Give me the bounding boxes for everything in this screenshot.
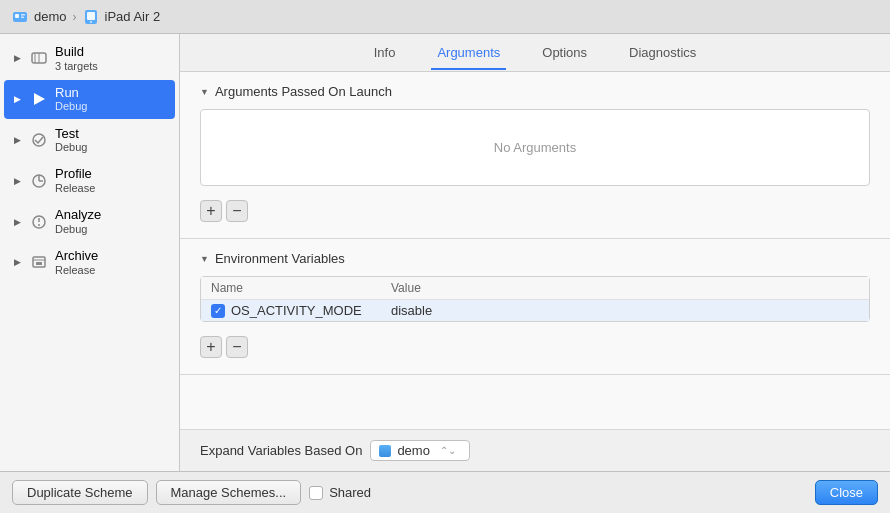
test-icon xyxy=(29,130,49,150)
profile-sublabel: Release xyxy=(55,182,95,195)
run-label: Run xyxy=(55,85,87,101)
tab-diagnostics[interactable]: Diagnostics xyxy=(623,37,702,70)
env-col-value: Value xyxy=(391,281,859,295)
svg-rect-3 xyxy=(21,16,24,18)
duplicate-scheme-button[interactable]: Duplicate Scheme xyxy=(12,480,148,505)
env-row-name: OS_ACTIVITY_MODE xyxy=(231,303,362,318)
close-button[interactable]: Close xyxy=(815,480,878,505)
device-name: iPad Air 2 xyxy=(105,9,161,24)
arguments-section-title: Arguments Passed On Launch xyxy=(215,84,392,99)
expand-variables-select[interactable]: demo ⌃⌄ xyxy=(370,440,470,461)
manage-schemes-button[interactable]: Manage Schemes... xyxy=(156,480,302,505)
arguments-section: ▼ Arguments Passed On Launch No Argument… xyxy=(180,72,890,239)
environment-section: ▼ Environment Variables Name Value ✓ OS_… xyxy=(180,239,890,375)
main-content: ▶ Build 3 targets ▶ Run xyxy=(0,34,890,471)
checkbox-check: ✓ xyxy=(214,306,222,316)
analyze-icon xyxy=(29,212,49,232)
shared-label: Shared xyxy=(329,485,371,500)
disclosure-triangle-run: ▶ xyxy=(14,94,21,104)
sidebar-item-analyze[interactable]: ▶ Analyze Debug xyxy=(4,202,175,241)
expand-select-arrows: ⌃⌄ xyxy=(440,445,456,456)
environment-section-title: Environment Variables xyxy=(215,251,345,266)
expand-select-text: demo xyxy=(397,443,430,458)
run-text: Run Debug xyxy=(55,85,87,114)
profile-label: Profile xyxy=(55,166,95,182)
build-sublabel: 3 targets xyxy=(55,60,98,73)
profile-icon xyxy=(29,171,49,191)
test-label: Test xyxy=(55,126,87,142)
right-panel: Info Arguments Options Diagnostics ▼ Arg… xyxy=(180,34,890,471)
disclosure-triangle-profile: ▶ xyxy=(14,176,21,186)
expand-variables-label: Expand Variables Based On xyxy=(200,443,362,458)
env-row-checkbox[interactable]: ✓ xyxy=(211,304,225,318)
device-icon xyxy=(83,9,99,25)
expand-select-project-icon xyxy=(379,445,391,457)
env-remove-button[interactable]: − xyxy=(226,336,248,358)
env-add-button[interactable]: + xyxy=(200,336,222,358)
build-label: Build xyxy=(55,44,98,60)
sidebar-item-run[interactable]: ▶ Run Debug xyxy=(4,80,175,119)
svg-rect-5 xyxy=(87,12,95,20)
tab-options[interactable]: Options xyxy=(536,37,593,70)
archive-icon xyxy=(29,252,49,272)
tabs-bar: Info Arguments Options Diagnostics xyxy=(180,34,890,72)
project-name: demo xyxy=(34,9,67,24)
bottom-bar: Duplicate Scheme Manage Schemes... Share… xyxy=(0,471,890,513)
disclosure-triangle-analyze: ▶ xyxy=(14,217,21,227)
test-sublabel: Debug xyxy=(55,141,87,154)
analyze-label: Analyze xyxy=(55,207,101,223)
analyze-sublabel: Debug xyxy=(55,223,101,236)
disclosure-triangle-archive: ▶ xyxy=(14,257,21,267)
disclosure-triangle-test: ▶ xyxy=(14,135,21,145)
arguments-empty: No Arguments xyxy=(201,110,869,185)
profile-text: Profile Release xyxy=(55,166,95,195)
svg-rect-1 xyxy=(15,14,19,18)
disclosure-triangle: ▶ xyxy=(14,53,21,63)
svg-point-11 xyxy=(33,134,45,146)
svg-point-17 xyxy=(38,224,40,226)
environment-table: Name Value ✓ OS_ACTIVITY_MODE disable xyxy=(200,276,870,322)
arguments-action-buttons: + − xyxy=(200,194,870,226)
breadcrumb-separator: › xyxy=(73,10,77,24)
arguments-add-button[interactable]: + xyxy=(200,200,222,222)
shared-checkbox[interactable] xyxy=(309,486,323,500)
sidebar: ▶ Build 3 targets ▶ Run xyxy=(0,34,180,471)
section-triangle-arguments: ▼ xyxy=(200,87,209,97)
environment-section-header: ▼ Environment Variables xyxy=(200,251,870,266)
env-table-header: Name Value xyxy=(201,277,869,300)
sidebar-item-build[interactable]: ▶ Build 3 targets xyxy=(4,39,175,78)
arguments-remove-button[interactable]: − xyxy=(226,200,248,222)
svg-rect-2 xyxy=(21,14,25,16)
build-text: Build 3 targets xyxy=(55,44,98,73)
env-row-value: disable xyxy=(391,303,859,318)
content-area: ▼ Arguments Passed On Launch No Argument… xyxy=(180,72,890,471)
arguments-section-header: ▼ Arguments Passed On Launch xyxy=(200,84,870,99)
run-icon xyxy=(29,89,49,109)
arguments-table: No Arguments xyxy=(200,109,870,186)
tab-arguments[interactable]: Arguments xyxy=(431,37,506,70)
sidebar-item-profile[interactable]: ▶ Profile Release xyxy=(4,161,175,200)
svg-marker-10 xyxy=(34,93,45,105)
env-table-row[interactable]: ✓ OS_ACTIVITY_MODE disable xyxy=(201,300,869,321)
shared-checkbox-row: Shared xyxy=(309,485,371,500)
analyze-text: Analyze Debug xyxy=(55,207,101,236)
run-sublabel: Debug xyxy=(55,100,87,113)
env-col-name: Name xyxy=(211,281,391,295)
title-bar: demo › iPad Air 2 xyxy=(0,0,890,34)
section-triangle-env: ▼ xyxy=(200,254,209,264)
project-icon xyxy=(12,9,28,25)
env-action-buttons: + − xyxy=(200,330,870,362)
svg-rect-20 xyxy=(36,262,42,265)
expand-variables-row: Expand Variables Based On demo ⌃⌄ xyxy=(180,429,890,471)
archive-label: Archive xyxy=(55,248,98,264)
build-icon xyxy=(29,48,49,68)
env-row-name-cell: ✓ OS_ACTIVITY_MODE xyxy=(211,303,391,318)
tab-info[interactable]: Info xyxy=(368,37,402,70)
archive-sublabel: Release xyxy=(55,264,98,277)
archive-text: Archive Release xyxy=(55,248,98,277)
sidebar-item-test[interactable]: ▶ Test Debug xyxy=(4,121,175,160)
svg-point-6 xyxy=(90,21,92,23)
sidebar-item-archive[interactable]: ▶ Archive Release xyxy=(4,243,175,282)
test-text: Test Debug xyxy=(55,126,87,155)
